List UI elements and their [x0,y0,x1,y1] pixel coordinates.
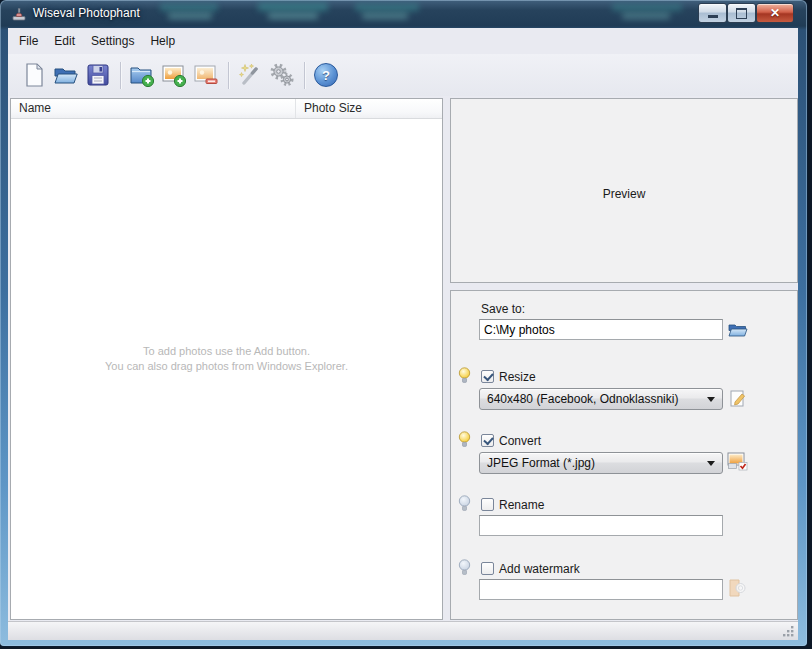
rename-checkbox[interactable] [481,498,494,511]
resize-label: Resize [499,370,536,384]
maximize-icon [736,8,747,19]
column-header-photo-size[interactable]: Photo Size [296,99,442,118]
save-to-label: Save to: [481,302,525,316]
new-document-icon [21,62,47,88]
column-header-name[interactable]: Name [11,99,296,118]
resize-bulb-lit-icon [458,367,471,384]
convert-format-value: JPEG Format (*.jpg) [487,456,595,470]
window-content: File Edit Settings Help [8,28,798,640]
resize-preset-select[interactable]: 640x480 (Facebook, Odnoklassniki) [479,388,723,410]
add-folder-button[interactable] [128,61,156,89]
open-button[interactable] [52,61,80,89]
edit-presets-icon [729,389,748,408]
watermark-settings-button[interactable] [726,578,748,598]
empty-state-line2: You can also drag photos from Windows Ex… [11,359,442,374]
convert-bulb-lit-icon [458,431,471,448]
format-settings-icon [727,452,748,471]
help-icon: ? [314,63,338,87]
edit-resize-presets-button[interactable] [727,388,749,408]
help-button[interactable]: ? [312,61,340,89]
window-title: Wiseval Photophant [33,0,140,28]
remove-photos-button[interactable] [192,61,220,89]
list-header: Name Photo Size [11,99,442,119]
chevron-down-icon [707,397,715,406]
settings-button[interactable] [268,61,296,89]
menubar: File Edit Settings Help [8,28,798,54]
watermark-icon [727,578,747,598]
close-button[interactable]: ✕ [756,3,794,23]
add-folder-icon [129,62,155,88]
menu-edit[interactable]: Edit [46,31,83,51]
menu-file[interactable]: File [11,31,46,51]
close-icon: ✕ [770,5,780,21]
remove-photos-icon [193,62,219,88]
browse-folder-button[interactable] [727,319,749,339]
magic-wand-button[interactable] [236,61,264,89]
convert-settings-button[interactable] [726,451,748,471]
watermark-bulb-off-icon [458,559,471,576]
resize-preset-value: 640x480 (Facebook, Odnoklassniki) [487,392,678,406]
status-text [8,626,14,638]
menu-settings[interactable]: Settings [83,31,142,51]
resize-checkbox[interactable] [481,370,494,383]
add-photos-icon [161,62,187,88]
convert-format-select[interactable]: JPEG Format (*.jpg) [479,452,723,474]
status-bar [8,621,798,640]
save-button[interactable] [84,61,112,89]
watermark-checkbox[interactable] [481,562,494,575]
toolbar-separator [304,62,305,89]
options-panel: Save to: Resize 640x480 (Facebook, Odnok… [450,290,798,620]
minimize-button[interactable] [698,3,727,23]
watermark-text-input[interactable] [479,579,723,600]
menu-help[interactable]: Help [142,31,183,51]
preview-label: Preview [451,187,797,201]
save-icon [85,62,111,88]
preview-panel: Preview [450,98,798,283]
minimize-icon [708,15,718,18]
open-folder-icon [53,62,79,88]
empty-state: To add photos use the Add button. You ca… [11,344,442,374]
titlebar: Wiseval Photophant ✕ [0,0,807,28]
rename-pattern-input[interactable] [479,515,723,536]
settings-gears-icon [269,62,295,88]
magic-wand-icon [237,62,263,88]
convert-label: Convert [499,434,541,448]
new-document-button[interactable] [20,61,48,89]
toolbar: ? [8,54,798,96]
rename-label: Rename [499,498,544,512]
chevron-down-icon [707,461,715,470]
save-to-input[interactable] [479,319,723,340]
app-logo-icon [11,6,27,22]
desktop: { "window": { "title": "Wiseval Photopha… [0,0,812,649]
rename-bulb-off-icon [458,495,471,512]
toolbar-separator [120,62,121,89]
convert-checkbox[interactable] [481,434,494,447]
browse-folder-icon [728,321,748,337]
resize-grip[interactable] [782,625,795,638]
app-window: Wiseval Photophant ✕ File Edit Settings … [0,0,807,646]
watermark-label: Add watermark [499,562,580,576]
empty-state-line1: To add photos use the Add button. [11,344,442,359]
toolbar-separator [228,62,229,89]
maximize-button[interactable] [727,3,756,23]
photo-list[interactable]: Name Photo Size To add photos use the Ad… [10,98,443,620]
add-photos-button[interactable] [160,61,188,89]
